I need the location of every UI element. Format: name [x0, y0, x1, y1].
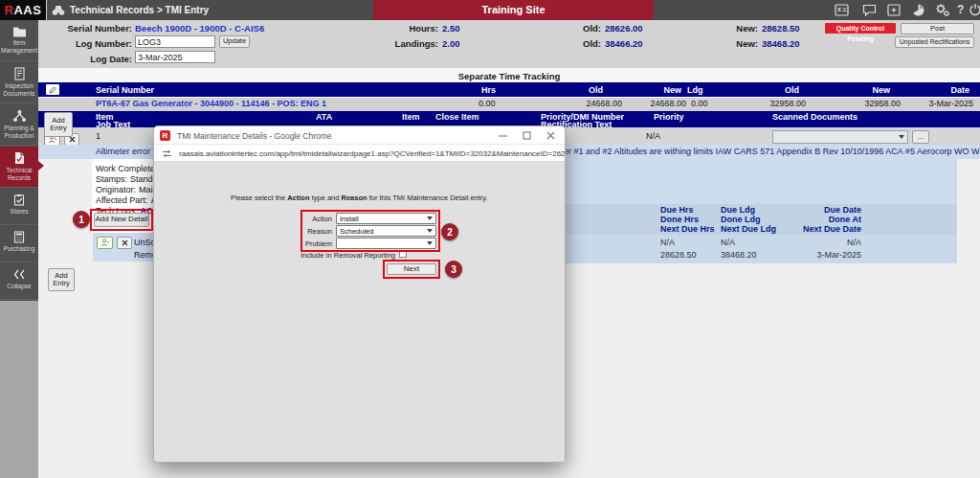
- tmi-maintenance-details-modal: R TMI Maintenance Details - Google Chrom…: [153, 125, 566, 463]
- sidebar-item-collapse[interactable]: Collapse: [0, 263, 38, 300]
- active-item-arrow: [38, 161, 44, 171]
- stt-row-old2: 32958.00: [748, 99, 806, 108]
- serial-number-value[interactable]: Beech 1900D - 1900D - C-AIS6: [135, 23, 264, 34]
- sidebar-item-planning-production[interactable]: Planning & Production: [0, 104, 38, 146]
- power-icon[interactable]: [969, 3, 980, 16]
- close-row-button[interactable]: [117, 237, 132, 249]
- close-icon: [122, 239, 128, 246]
- reason-select[interactable]: Scheduled: [336, 225, 436, 237]
- annotation-circle-1: 1: [73, 211, 90, 228]
- items-col-close-item: Close Item: [435, 112, 479, 122]
- sidebar-item-label: Stores: [1, 208, 37, 216]
- person-edit-button-green[interactable]: [97, 237, 113, 249]
- site-info-icon[interactable]: [162, 149, 172, 158]
- work-line-label: Stamps:: [96, 174, 127, 184]
- technical-record-file-icon: [13, 151, 26, 165]
- action-label: Action: [284, 215, 332, 223]
- log-number-input[interactable]: [135, 35, 215, 48]
- add-entry-button-top[interactable]: Add Entry: [44, 112, 73, 137]
- minimize-icon[interactable]: [499, 135, 507, 137]
- stt-row-serial-link[interactable]: PT6A-67 Gas Generator - 3044900 - 114146…: [96, 99, 326, 108]
- post-button[interactable]: Post: [901, 23, 974, 34]
- quality-control-badge: Quality Control Pending: [825, 23, 896, 34]
- landings-old-label: Old:: [563, 38, 601, 49]
- help-icon[interactable]: ?: [957, 3, 964, 16]
- hours-new-label: New:: [720, 23, 758, 34]
- due-values-hrs: N/A 28628.50: [660, 237, 697, 262]
- next-due-hrs-label: Next Due Hrs: [660, 224, 715, 234]
- stt-col-serial: Serial Number: [96, 85, 154, 95]
- next-due-ldg-value: 38468.20: [721, 249, 757, 262]
- items-col-item2: Item: [402, 112, 420, 122]
- close-icon: [69, 136, 76, 143]
- stt-col-old2: Old: [761, 85, 799, 95]
- scanned-documents-dots-button[interactable]: ...: [912, 130, 929, 144]
- prompt-action-bold: Action: [287, 193, 309, 202]
- chat-icon[interactable]: [862, 4, 877, 16]
- sidebar-item-purchasing[interactable]: Purchasing: [0, 226, 38, 262]
- sidebar-item-item-management[interactable]: Item Management: [0, 20, 38, 61]
- update-button[interactable]: Update: [219, 35, 250, 48]
- annotation-circle-2: 2: [441, 223, 458, 240]
- stt-col-new2: New: [852, 85, 890, 95]
- sidebar-item-label: Item Management: [1, 39, 37, 54]
- done-at-label: Done At: [756, 215, 861, 224]
- sidebar-item-label: Purchasing: [1, 245, 37, 253]
- stt-col-hrs: Hrs: [457, 85, 496, 95]
- due-values-ldg: N/A 38468.20: [721, 237, 757, 262]
- stt-col-ldg: Ldg: [687, 85, 703, 95]
- next-due-hrs-value: 28628.50: [660, 249, 697, 262]
- modal-title: TMI Maintenance Details - Google Chrome: [177, 131, 332, 141]
- include-removal-checkbox[interactable]: [399, 250, 407, 258]
- stt-header-row: [38, 82, 980, 97]
- landings-label: Landings:: [381, 38, 438, 49]
- hours-value: 2.50: [442, 23, 460, 34]
- action-select[interactable]: Install: [336, 213, 436, 224]
- add-window-icon[interactable]: [887, 4, 901, 16]
- network-nodes-icon: [12, 109, 27, 123]
- action-select-value: Install: [340, 215, 359, 223]
- sidebar-item-stores[interactable]: Stores: [0, 189, 38, 225]
- sidebar-item-technical-records[interactable]: Technical Records: [0, 147, 38, 188]
- items-col-scanned-documents: Scanned Documents: [772, 112, 858, 122]
- log-number-label: Log Number:: [38, 38, 132, 49]
- breadcrumb[interactable]: Technical Records > TMI Entry: [70, 5, 209, 15]
- work-line-label: Affected Part:: [96, 195, 147, 205]
- due-ldg-value: N/A: [721, 237, 757, 249]
- reason-label: Reason: [284, 227, 332, 236]
- modal-prompt-text: Please select the Action type and Reason…: [231, 193, 488, 202]
- modal-url-bar[interactable]: raasais.aviationintertec.com/app/tmi/tmi…: [154, 145, 565, 162]
- due-header-hrs: Due Hrs Done Hrs Next Due Hrs: [660, 205, 715, 234]
- modal-title-bar[interactable]: R TMI Maintenance Details - Google Chrom…: [154, 126, 565, 145]
- excel-export-icon[interactable]: [835, 4, 849, 16]
- unposted-rectifications-button[interactable]: Unposted Rectifications: [895, 36, 974, 48]
- app-logo[interactable]: RAAS: [0, 0, 47, 20]
- due-header-date: Due Date Done At Next Due Date: [756, 205, 861, 234]
- edit-pencil-button[interactable]: [46, 84, 59, 95]
- person-icon: [100, 239, 110, 247]
- close-window-icon[interactable]: [546, 131, 555, 140]
- scanned-documents-select[interactable]: [772, 130, 908, 144]
- stt-row-old1: 24668.00: [565, 99, 622, 108]
- items-col-ata: ATA: [316, 112, 332, 122]
- add-entry-button-bottom[interactable]: Add Entry: [48, 268, 75, 291]
- add-new-detail-button[interactable]: Add New Detail: [94, 213, 149, 227]
- sidebar-item-label: Inspection Documents: [1, 82, 37, 97]
- prompt-part: type and: [310, 193, 342, 202]
- log-date-input[interactable]: [135, 51, 215, 63]
- maximize-icon[interactable]: [523, 131, 531, 140]
- pie-chart-icon[interactable]: [911, 3, 925, 17]
- problem-select[interactable]: [336, 238, 436, 249]
- annotation-circle-3: 3: [445, 261, 462, 278]
- modal-url[interactable]: raasais.aviationintertec.com/app/tmi/tmi…: [179, 149, 566, 158]
- sidebar-item-label: Collapse: [1, 283, 37, 290]
- settings-gears-icon[interactable]: [935, 3, 950, 17]
- next-due-date-value: 3-Mar-2025: [756, 249, 861, 262]
- problem-label: Problem: [284, 239, 332, 248]
- stt-title: Separate Time Tracking: [318, 71, 701, 81]
- prompt-reason-bold: Reason: [342, 193, 368, 202]
- next-button[interactable]: Next: [387, 263, 436, 275]
- pencil-icon: [49, 86, 56, 94]
- sidebar-item-inspection-documents[interactable]: Inspection Documents: [0, 62, 38, 103]
- landings-value: 2.00: [442, 38, 460, 49]
